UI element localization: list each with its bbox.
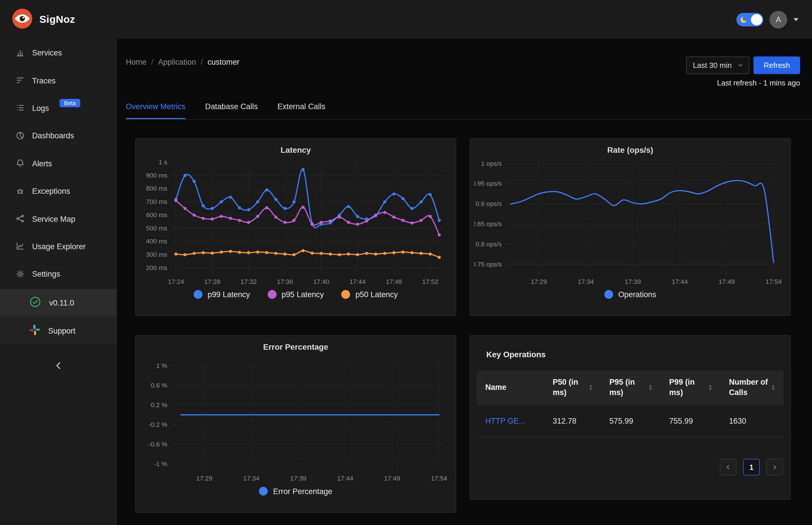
chevron-down-icon[interactable] [793,18,798,21]
check-circle-icon [29,296,41,310]
breadcrumb: Home/Application/customer [126,58,240,66]
legend-dot-icon [259,487,268,496]
tab-database-calls[interactable]: Database Calls [205,95,258,119]
version-label: v0.11.0 [49,298,74,307]
panel-latency: Latency 1 s900 ms800 ms700 ms600 ms500 m… [135,138,456,316]
sidebar-item-dashboards[interactable]: Dashboards [0,122,117,150]
breadcrumb-customer: customer [208,58,240,66]
sort-arrows-icon[interactable]: ▲▼ [589,384,593,391]
svg-text:17:44: 17:44 [349,278,365,285]
svg-text:17:48: 17:48 [386,278,402,285]
line-chart-icon [16,241,25,251]
svg-text:17:40: 17:40 [313,278,329,285]
svg-text:700 ms: 700 ms [146,198,167,205]
column-header-p95-in-ms[interactable]: P95 (in ms)▲▼ [601,370,661,405]
sidebar-item-traces[interactable]: Traces [0,66,117,94]
rate-legend: Operations [470,290,790,299]
sidebar-item-settings[interactable]: Settings [0,260,117,288]
chart-title-latency: Latency [136,139,456,156]
pagination-prev-button[interactable] [720,459,736,475]
svg-text:600 ms: 600 ms [146,211,167,219]
tab-external-calls[interactable]: External Calls [277,95,326,119]
column-label: P99 (in ms) [669,377,705,398]
pagination-next-button[interactable] [766,459,783,475]
error-percentage-chart: 1 %0.6 %0.2 %-0.2 %-0.6 %-1 %17:2917:341… [139,354,452,485]
svg-text:17:49: 17:49 [719,278,735,285]
panel-key-operations: Key Operations NameP50 (in ms)▲▼P95 (in … [470,335,791,499]
svg-text:0.9 ops/s: 0.9 ops/s [476,200,502,207]
table-cell: 312.78 [544,405,601,436]
sidebar-item-label: Services [32,48,62,57]
sidebar-item-logs[interactable]: LogsBeta [0,94,117,122]
sidebar-item-label: Logs [32,104,49,112]
time-range-value: Last 30 min [693,61,732,70]
svg-text:17:52: 17:52 [422,278,438,285]
pagination: 1 [720,459,783,475]
sort-arrows-icon[interactable]: ▲▼ [771,384,775,391]
svg-text:1 %: 1 % [156,362,167,369]
sort-arrows-icon[interactable]: ▲▼ [649,384,652,391]
pagination-page-1[interactable]: 1 [743,459,760,475]
svg-text:17:29: 17:29 [531,278,547,285]
tab-bar: Overview MetricsDatabase CallsExternal C… [126,95,812,120]
app-logo[interactable]: SigNoz [11,7,75,31]
avatar[interactable]: A [769,11,787,28]
sidebar-collapse-button[interactable] [0,360,117,371]
tab-overview-metrics[interactable]: Overview Metrics [126,95,185,119]
legend-item-error-percentage[interactable]: Error Percentage [259,487,332,496]
signoz-eye-logo-icon [11,7,33,31]
column-header-p99-in-ms[interactable]: P99 (in ms)▲▼ [661,370,721,405]
table-row: HTTP GE...312.78575.99755.991630 [477,405,784,437]
svg-text:17:39: 17:39 [290,475,306,482]
sidebar-item-support[interactable]: Support [0,316,117,344]
legend-item-p50-latency[interactable]: p50 Latency [341,290,397,299]
legend-item-operations[interactable]: Operations [604,290,656,299]
sidebar-nav: ServicesTracesLogsBetaDashboardsAlertsEx… [0,39,117,288]
align-left-icon [16,76,25,85]
operation-link[interactable]: HTTP GE... [477,405,545,436]
sidebar-item-label: Alerts [32,159,52,167]
chart-title-error: Error Percentage [136,335,456,353]
refresh-button[interactable]: Refresh [753,56,800,74]
breadcrumb-home[interactable]: Home [126,58,147,66]
panel-error-percentage: Error Percentage 1 %0.6 %0.2 %-0.2 %-0.6… [135,335,456,513]
legend-item-p95-latency[interactable]: p95 Latency [267,290,324,299]
theme-toggle[interactable] [736,13,763,26]
panel-rate: Rate (ops/s) 1 ops/s0.95 ops/s0.9 ops/s0… [470,138,791,316]
legend-item-p99-latency[interactable]: p99 Latency [194,290,250,299]
svg-text:-0.2 %: -0.2 % [148,421,167,428]
sidebar-item-usage-explorer[interactable]: Usage Explorer [0,232,117,260]
sort-arrows-icon[interactable]: ▲▼ [708,384,712,391]
sidebar-item-service-map[interactable]: Service Map [0,205,117,232]
toggle-knob [751,14,762,25]
svg-text:900 ms: 900 ms [146,172,167,179]
sidebar-item-label: Usage Explorer [32,242,86,250]
svg-text:17:54: 17:54 [431,475,447,482]
bar-chart-icon [16,48,25,57]
list-icon [16,103,25,112]
sidebar-item-alerts[interactable]: Alerts [0,149,117,177]
svg-text:800 ms: 800 ms [146,185,167,192]
breadcrumb-application[interactable]: Application [158,58,196,66]
sidebar-version[interactable]: v0.11.0 [0,289,117,316]
svg-text:0.6 %: 0.6 % [151,382,167,389]
svg-text:0.75 ops/s: 0.75 ops/s [474,261,502,268]
last-refresh-text: Last refresh - 1 mins ago [717,79,800,87]
svg-text:0.2 %: 0.2 % [151,401,167,409]
svg-text:300 ms: 300 ms [146,251,167,258]
sidebar-item-services[interactable]: Services [0,39,117,67]
chart-title-rate: Rate (ops/s) [470,139,790,156]
svg-text:17:29: 17:29 [196,475,212,482]
svg-text:1 ops/s: 1 ops/s [481,160,502,167]
column-header-p50-in-ms[interactable]: P50 (in ms)▲▼ [544,370,601,405]
svg-text:17:44: 17:44 [672,278,688,285]
sidebar-item-exceptions[interactable]: Exceptions [0,177,117,205]
key-operations-title: Key Operations [470,335,790,359]
column-header-number-of-calls[interactable]: Number of Calls▲▼ [721,370,784,405]
app-root: SigNoz A ServicesTracesLogsBetaDashboard… [0,0,812,525]
support-label: Support [48,326,75,335]
legend-dot-icon [604,290,613,299]
legend-dot-icon [341,290,350,299]
legend-dot-icon [267,290,276,299]
time-range-select[interactable]: Last 30 min [686,56,749,74]
